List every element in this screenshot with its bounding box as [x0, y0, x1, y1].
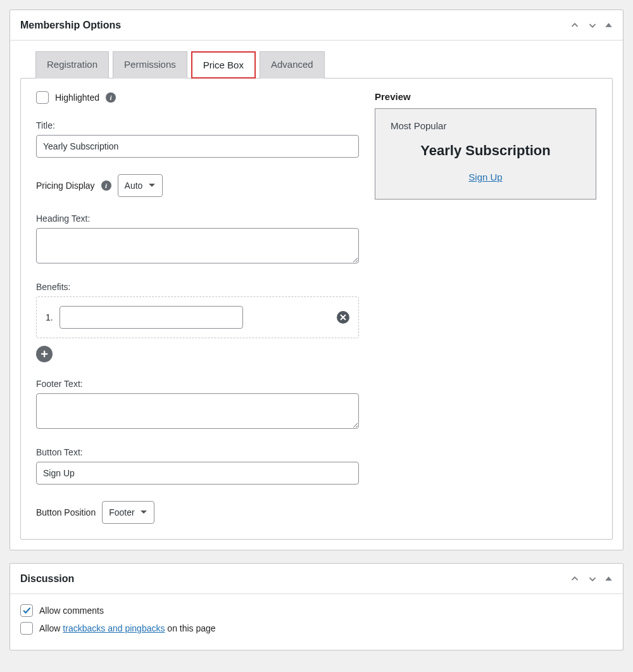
benefit-number: 1.	[46, 312, 53, 322]
button-position-row: Button Position Footer	[36, 501, 359, 524]
tab-permissions[interactable]: Permissions	[113, 51, 187, 79]
preview-column: Preview Most Popular Yearly Subscription…	[375, 91, 596, 526]
benefits-label: Benefits:	[36, 282, 359, 292]
preview-tag: Most Popular	[391, 120, 580, 131]
preview-box: Most Popular Yearly Subscription Sign Up	[375, 108, 596, 200]
title-label: Title:	[36, 120, 359, 130]
tab-panel-price-box: Highlighted i Title: Pricing Display i A…	[20, 78, 613, 540]
tabs-nav: Registration Permissions Price Box Advan…	[20, 51, 613, 78]
button-text-input[interactable]	[36, 462, 359, 485]
tab-price-box[interactable]: Price Box	[191, 51, 256, 79]
tab-registration[interactable]: Registration	[35, 51, 109, 79]
preview-signup-link[interactable]: Sign Up	[391, 172, 580, 182]
membership-options-panel: Membership Options Registration Permissi…	[9, 10, 624, 550]
panel-body: Registration Permissions Price Box Advan…	[10, 41, 623, 550]
button-position-label: Button Position	[36, 507, 96, 517]
remove-benefit-icon[interactable]	[337, 311, 349, 324]
highlighted-row: Highlighted i	[36, 91, 359, 104]
footer-text-label: Footer Text:	[36, 379, 359, 389]
button-position-select[interactable]: Footer	[102, 501, 154, 524]
benefit-input[interactable]	[60, 306, 243, 329]
form-column: Highlighted i Title: Pricing Display i A…	[36, 91, 359, 526]
allow-comments-row: Allow comments	[20, 604, 613, 617]
panel-handle-actions	[569, 573, 613, 585]
info-icon[interactable]: i	[106, 92, 116, 103]
heading-text-input[interactable]	[36, 228, 359, 263]
allow-comments-label: Allow comments	[39, 605, 104, 616]
panel-header: Membership Options	[10, 10, 623, 41]
info-icon[interactable]: i	[101, 181, 111, 191]
tab-advanced[interactable]: Advanced	[260, 51, 325, 79]
pricing-display-label: Pricing Display	[36, 181, 95, 191]
toggle-panel-icon[interactable]	[605, 21, 613, 29]
toggle-panel-icon[interactable]	[605, 574, 613, 583]
heading-text-label: Heading Text:	[36, 213, 359, 224]
footer-text-input[interactable]	[36, 393, 359, 429]
move-down-icon[interactable]	[587, 573, 598, 585]
panel-body: Allow comments Allow trackbacks and ping…	[10, 594, 623, 650]
allow-comments-checkbox[interactable]	[20, 604, 33, 617]
pricing-display-row: Pricing Display i Auto	[36, 174, 359, 197]
preview-title: Yearly Subscription	[391, 143, 580, 159]
button-text-row: Button Text:	[36, 447, 359, 485]
move-up-icon[interactable]	[569, 20, 580, 31]
trackbacks-link[interactable]: trackbacks and pingbacks	[63, 623, 165, 633]
title-input[interactable]	[36, 135, 359, 158]
preview-label: Preview	[375, 91, 596, 102]
move-down-icon[interactable]	[587, 20, 598, 31]
button-text-label: Button Text:	[36, 447, 359, 457]
allow-pings-checkbox[interactable]	[20, 622, 33, 635]
highlighted-checkbox[interactable]	[36, 91, 49, 104]
heading-text-row: Heading Text:	[36, 213, 359, 265]
benefits-row: Benefits: 1. +	[36, 282, 359, 362]
panel-header: Discussion	[10, 564, 623, 594]
footer-text-row: Footer Text:	[36, 379, 359, 431]
panel-title: Membership Options	[20, 20, 121, 31]
benefit-item[interactable]: 1.	[36, 296, 359, 338]
pricing-display-select[interactable]: Auto	[118, 174, 163, 197]
title-row: Title:	[36, 120, 359, 158]
panel-handle-actions	[569, 20, 613, 31]
allow-pings-label: Allow trackbacks and pingbacks on this p…	[39, 623, 216, 633]
discussion-panel: Discussion Allow comments Allow trackbac…	[9, 563, 624, 650]
highlighted-label: Highlighted	[55, 92, 99, 103]
panel-title: Discussion	[20, 573, 74, 585]
move-up-icon[interactable]	[569, 573, 580, 585]
add-benefit-icon[interactable]: +	[36, 346, 53, 362]
allow-pings-row: Allow trackbacks and pingbacks on this p…	[20, 622, 613, 635]
